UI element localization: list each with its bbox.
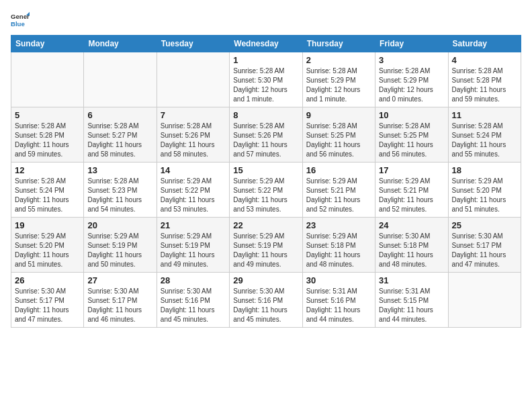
calendar-cell: 1Sunrise: 5:28 AM Sunset: 5:30 PM Daylig… (230, 52, 302, 107)
calendar-cell: 31Sunrise: 5:31 AM Sunset: 5:15 PM Dayli… (375, 273, 448, 328)
calendar-cell: 26Sunrise: 5:30 AM Sunset: 5:17 PM Dayli… (11, 273, 84, 328)
calendar-cell: 4Sunrise: 5:28 AM Sunset: 5:28 PM Daylig… (448, 52, 521, 107)
day-info: Sunrise: 5:30 AM Sunset: 5:18 PM Dayligh… (379, 232, 444, 269)
week-row-4: 19Sunrise: 5:29 AM Sunset: 5:20 PM Dayli… (11, 218, 521, 273)
calendar-cell: 6Sunrise: 5:28 AM Sunset: 5:27 PM Daylig… (84, 107, 157, 163)
week-row-1: 1Sunrise: 5:28 AM Sunset: 5:30 PM Daylig… (11, 52, 521, 107)
day-number: 11 (452, 110, 517, 120)
day-number: 10 (379, 110, 444, 120)
day-number: 5 (15, 110, 80, 120)
calendar-cell: 10Sunrise: 5:28 AM Sunset: 5:25 PM Dayli… (375, 107, 448, 163)
day-info: Sunrise: 5:29 AM Sunset: 5:22 PM Dayligh… (233, 177, 298, 214)
calendar-cell: 9Sunrise: 5:28 AM Sunset: 5:25 PM Daylig… (302, 107, 375, 163)
calendar-cell: 23Sunrise: 5:29 AM Sunset: 5:18 PM Dayli… (302, 218, 375, 273)
calendar-cell: 14Sunrise: 5:29 AM Sunset: 5:22 PM Dayli… (157, 163, 229, 218)
day-info: Sunrise: 5:28 AM Sunset: 5:25 PM Dayligh… (379, 122, 444, 159)
day-number: 24 (379, 220, 444, 230)
day-number: 17 (379, 165, 444, 175)
calendar-table: SundayMondayTuesdayWednesdayThursdayFrid… (11, 35, 521, 328)
day-info: Sunrise: 5:29 AM Sunset: 5:20 PM Dayligh… (452, 177, 517, 214)
day-number: 20 (87, 220, 152, 230)
day-number: 9 (306, 110, 371, 120)
day-info: Sunrise: 5:29 AM Sunset: 5:19 PM Dayligh… (87, 232, 152, 269)
calendar-cell: 27Sunrise: 5:30 AM Sunset: 5:17 PM Dayli… (84, 273, 157, 328)
calendar-cell: 20Sunrise: 5:29 AM Sunset: 5:19 PM Dayli… (84, 218, 157, 273)
day-info: Sunrise: 5:29 AM Sunset: 5:20 PM Dayligh… (15, 232, 80, 269)
day-number: 21 (161, 220, 226, 230)
day-info: Sunrise: 5:30 AM Sunset: 5:17 PM Dayligh… (15, 287, 80, 324)
day-number: 15 (233, 165, 298, 175)
day-number: 28 (161, 275, 226, 285)
day-info: Sunrise: 5:29 AM Sunset: 5:21 PM Dayligh… (306, 177, 371, 214)
calendar-cell: 2Sunrise: 5:28 AM Sunset: 5:29 PM Daylig… (302, 52, 375, 107)
calendar-cell: 19Sunrise: 5:29 AM Sunset: 5:20 PM Dayli… (11, 218, 84, 273)
calendar-cell: 25Sunrise: 5:30 AM Sunset: 5:17 PM Dayli… (448, 218, 521, 273)
calendar-cell: 28Sunrise: 5:30 AM Sunset: 5:16 PM Dayli… (157, 273, 229, 328)
day-info: Sunrise: 5:28 AM Sunset: 5:29 PM Dayligh… (379, 66, 444, 104)
day-info: Sunrise: 5:28 AM Sunset: 5:26 PM Dayligh… (233, 122, 298, 159)
calendar-cell: 18Sunrise: 5:29 AM Sunset: 5:20 PM Dayli… (448, 163, 521, 218)
day-info: Sunrise: 5:28 AM Sunset: 5:26 PM Dayligh… (161, 122, 226, 159)
calendar-cell: 15Sunrise: 5:29 AM Sunset: 5:22 PM Dayli… (230, 163, 302, 218)
calendar-cell: 12Sunrise: 5:28 AM Sunset: 5:24 PM Dayli… (11, 163, 84, 218)
day-number: 1 (233, 55, 298, 65)
day-info: Sunrise: 5:28 AM Sunset: 5:28 PM Dayligh… (15, 122, 80, 159)
day-info: Sunrise: 5:28 AM Sunset: 5:27 PM Dayligh… (87, 122, 152, 159)
day-info: Sunrise: 5:28 AM Sunset: 5:24 PM Dayligh… (15, 177, 80, 214)
weekday-header-saturday: Saturday (448, 36, 521, 52)
day-number: 8 (233, 110, 298, 120)
day-number: 14 (161, 165, 226, 175)
day-info: Sunrise: 5:29 AM Sunset: 5:22 PM Dayligh… (161, 177, 226, 214)
day-number: 25 (452, 220, 517, 230)
day-number: 13 (87, 165, 152, 175)
calendar-cell: 17Sunrise: 5:29 AM Sunset: 5:21 PM Dayli… (375, 163, 448, 218)
calendar-cell: 8Sunrise: 5:28 AM Sunset: 5:26 PM Daylig… (230, 107, 302, 163)
day-number: 29 (233, 275, 298, 285)
day-info: Sunrise: 5:29 AM Sunset: 5:21 PM Dayligh… (379, 177, 444, 214)
day-info: Sunrise: 5:28 AM Sunset: 5:25 PM Dayligh… (306, 122, 371, 159)
day-number: 18 (452, 165, 517, 175)
calendar-cell (84, 52, 157, 107)
weekday-header-thursday: Thursday (302, 36, 375, 52)
calendar-cell (11, 52, 84, 107)
day-number: 7 (161, 110, 226, 120)
day-number: 22 (233, 220, 298, 230)
day-number: 12 (15, 165, 80, 175)
calendar-cell: 5Sunrise: 5:28 AM Sunset: 5:28 PM Daylig… (11, 107, 84, 163)
weekday-header-monday: Monday (84, 36, 157, 52)
week-row-3: 12Sunrise: 5:28 AM Sunset: 5:24 PM Dayli… (11, 163, 521, 218)
calendar-cell: 30Sunrise: 5:31 AM Sunset: 5:16 PM Dayli… (302, 273, 375, 328)
calendar-cell: 3Sunrise: 5:28 AM Sunset: 5:29 PM Daylig… (375, 52, 448, 107)
weekday-header-friday: Friday (375, 36, 448, 52)
calendar-cell: 13Sunrise: 5:28 AM Sunset: 5:23 PM Dayli… (84, 163, 157, 218)
weekday-header-wednesday: Wednesday (230, 36, 302, 52)
day-number: 31 (379, 275, 444, 285)
day-number: 4 (452, 55, 517, 65)
week-row-2: 5Sunrise: 5:28 AM Sunset: 5:28 PM Daylig… (11, 107, 521, 163)
calendar-cell: 29Sunrise: 5:30 AM Sunset: 5:16 PM Dayli… (230, 273, 302, 328)
calendar-cell: 7Sunrise: 5:28 AM Sunset: 5:26 PM Daylig… (157, 107, 229, 163)
day-info: Sunrise: 5:28 AM Sunset: 5:28 PM Dayligh… (452, 66, 517, 104)
weekday-header-row: SundayMondayTuesdayWednesdayThursdayFrid… (11, 36, 521, 52)
day-number: 16 (306, 165, 371, 175)
calendar-cell: 22Sunrise: 5:29 AM Sunset: 5:19 PM Dayli… (230, 218, 302, 273)
calendar-cell: 24Sunrise: 5:30 AM Sunset: 5:18 PM Dayli… (375, 218, 448, 273)
day-info: Sunrise: 5:28 AM Sunset: 5:29 PM Dayligh… (306, 66, 371, 104)
calendar-cell: 11Sunrise: 5:28 AM Sunset: 5:24 PM Dayli… (448, 107, 521, 163)
calendar-cell (448, 273, 521, 328)
svg-text:Blue: Blue (11, 20, 25, 28)
day-number: 3 (379, 55, 444, 65)
day-info: Sunrise: 5:31 AM Sunset: 5:15 PM Dayligh… (379, 287, 444, 324)
day-info: Sunrise: 5:29 AM Sunset: 5:19 PM Dayligh… (161, 232, 226, 269)
day-info: Sunrise: 5:30 AM Sunset: 5:16 PM Dayligh… (233, 287, 298, 324)
day-info: Sunrise: 5:29 AM Sunset: 5:19 PM Dayligh… (233, 232, 298, 269)
day-number: 30 (306, 275, 371, 285)
header: General Blue (11, 11, 521, 30)
day-number: 6 (87, 110, 152, 120)
day-number: 26 (15, 275, 80, 285)
logo: General Blue (11, 11, 30, 30)
day-number: 19 (15, 220, 80, 230)
weekday-header-tuesday: Tuesday (157, 36, 229, 52)
calendar-cell (157, 52, 229, 107)
day-info: Sunrise: 5:28 AM Sunset: 5:23 PM Dayligh… (87, 177, 152, 214)
